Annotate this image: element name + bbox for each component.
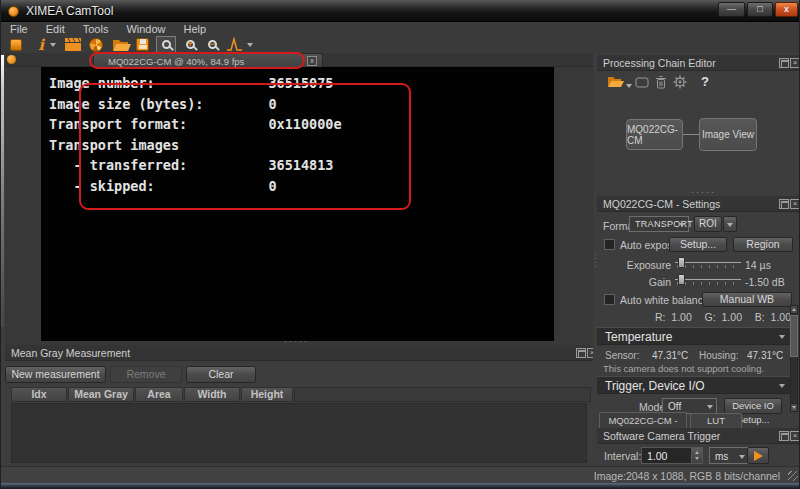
column-width[interactable]: Width bbox=[184, 387, 240, 402]
software-trigger-panel: Software Camera Trigger × Interval: 1.00… bbox=[597, 428, 800, 466]
column-height[interactable]: Height bbox=[241, 387, 293, 402]
info-dropdown[interactable] bbox=[49, 36, 57, 53]
temperature-section-header[interactable]: Temperature bbox=[597, 327, 793, 345]
gain-slider[interactable] bbox=[675, 273, 741, 287]
float-panel-icon[interactable] bbox=[779, 199, 789, 209]
roi-dropdown[interactable] bbox=[723, 216, 737, 232]
auto-white-balance-label: Auto white balance bbox=[620, 294, 709, 306]
interval-spinbox[interactable]: 1.00 bbox=[641, 447, 703, 464]
column-filler bbox=[294, 387, 591, 402]
scroll-down-button[interactable] bbox=[790, 403, 798, 412]
measurement-table-body[interactable] bbox=[11, 403, 587, 463]
app-window: XIMEA CamTool — □ x File Edit Tools Wind… bbox=[0, 0, 800, 489]
measurement-table-header: Idx Mean Gray Area Width Height bbox=[11, 387, 591, 402]
processing-chain-panel: Processing Chain Editor × ? bbox=[597, 55, 800, 196]
mean-gray-panel: Mean Gray Measurement × New measurement … bbox=[5, 345, 593, 466]
open-chain-button[interactable] bbox=[607, 75, 632, 88]
clear-measurements-button[interactable]: Clear bbox=[186, 366, 256, 383]
zoom-out-button[interactable]: − bbox=[203, 36, 221, 53]
delete-node-button[interactable] bbox=[655, 75, 667, 89]
image-format-status: Image:2048 x 1088, RGB 8 bits/channel bbox=[594, 470, 780, 482]
maximize-button[interactable]: □ bbox=[747, 2, 773, 17]
view-node-icon bbox=[635, 77, 649, 88]
arrow-down-icon bbox=[792, 406, 796, 409]
image-view-node[interactable]: Image View bbox=[699, 118, 757, 151]
device-io-setup-button[interactable]: Device IO Setup... bbox=[724, 398, 782, 414]
add-view-node-button[interactable] bbox=[635, 77, 649, 88]
format-combobox[interactable]: TRANSPORT bbox=[629, 216, 689, 232]
help-button[interactable]: ? bbox=[701, 74, 709, 89]
exposure-slider[interactable] bbox=[675, 256, 741, 270]
scrollbar-thumb[interactable] bbox=[790, 315, 798, 357]
zoom-normal-button[interactable] bbox=[156, 36, 176, 53]
info-button[interactable]: i bbox=[34, 36, 48, 53]
spinbox-arrows[interactable] bbox=[691, 448, 702, 463]
status-bar: Image:2048 x 1088, RGB 8 bits/channel bbox=[1, 466, 800, 483]
histogram-button[interactable] bbox=[225, 36, 245, 53]
column-mean-gray[interactable]: Mean Gray bbox=[68, 387, 134, 402]
zoom-in-icon: + bbox=[186, 40, 195, 49]
roi-button[interactable]: ROI bbox=[694, 216, 722, 232]
close-panel-icon[interactable]: × bbox=[790, 58, 800, 68]
manual-wb-button[interactable]: Manual WB bbox=[702, 292, 792, 307]
interval-unit-combobox[interactable]: ms bbox=[709, 447, 749, 464]
auto-white-balance-checkbox[interactable] bbox=[604, 294, 615, 305]
menu-window[interactable]: Window bbox=[117, 23, 174, 35]
trigger-section-header[interactable]: Trigger, Device I/O bbox=[597, 376, 793, 394]
title-bar: XIMEA CamTool — □ x bbox=[1, 0, 800, 22]
stop-acquisition-button[interactable] bbox=[8, 36, 24, 53]
film-clip-icon bbox=[64, 37, 82, 52]
resize-grip[interactable] bbox=[788, 471, 798, 481]
close-panel-icon[interactable]: × bbox=[790, 431, 800, 441]
open-file-button[interactable] bbox=[111, 36, 132, 53]
save-image-button[interactable] bbox=[134, 36, 151, 53]
float-panel-icon[interactable] bbox=[779, 58, 789, 68]
menu-file[interactable]: File bbox=[1, 23, 37, 35]
sensor-temp-value: 47.31°C bbox=[652, 350, 688, 361]
column-idx[interactable]: Idx bbox=[11, 387, 67, 402]
menu-tools[interactable]: Tools bbox=[74, 23, 118, 35]
right-dock-column: Processing Chain Editor × ? bbox=[597, 53, 800, 466]
camera-node[interactable]: MQ022CG-CM bbox=[626, 119, 683, 150]
float-panel-icon[interactable] bbox=[576, 348, 586, 358]
settings-title: MQ022CG-CM - Settings bbox=[603, 198, 720, 210]
remove-measurement-button[interactable]: Remove bbox=[110, 366, 182, 383]
collapse-arrow-icon bbox=[779, 335, 785, 339]
region-button[interactable]: Region bbox=[733, 237, 793, 252]
stop-icon bbox=[10, 39, 22, 51]
menu-help[interactable]: Help bbox=[175, 23, 216, 35]
camera-image[interactable]: Image number: 36515075 Image size (bytes… bbox=[41, 67, 554, 341]
chevron-down-icon bbox=[626, 84, 632, 88]
exposure-label: Exposure bbox=[605, 259, 671, 271]
tab-camera-settings[interactable]: MQ022CG-CM - Settings bbox=[599, 412, 687, 428]
auto-exposure-checkbox[interactable] bbox=[604, 239, 615, 250]
column-area[interactable]: Area bbox=[135, 387, 183, 402]
float-panel-icon[interactable] bbox=[779, 431, 789, 441]
scroll-up-button[interactable] bbox=[790, 305, 798, 314]
exposure-setup-button[interactable]: Setup... bbox=[669, 237, 727, 252]
record-video-button[interactable] bbox=[63, 36, 83, 53]
close-panel-icon[interactable]: × bbox=[790, 199, 800, 209]
slider-ticks bbox=[677, 265, 739, 268]
new-measurement-button[interactable]: New measurement bbox=[5, 366, 106, 383]
slider-thumb[interactable] bbox=[678, 274, 685, 285]
trigger-play-button[interactable] bbox=[747, 447, 769, 464]
zoom-in-button[interactable]: + bbox=[181, 36, 199, 53]
chevron-down-icon bbox=[679, 223, 685, 227]
color-correction-button[interactable] bbox=[87, 36, 105, 53]
open-chain-icon bbox=[607, 75, 624, 88]
node-settings-button[interactable] bbox=[673, 75, 687, 89]
interval-unit-value: ms bbox=[715, 451, 728, 462]
minimize-button[interactable]: — bbox=[718, 2, 745, 17]
gear-icon bbox=[673, 75, 687, 89]
tab-close-icon[interactable]: x bbox=[307, 56, 317, 66]
slider-thumb[interactable] bbox=[678, 257, 685, 268]
window-bottom-border bbox=[1, 483, 800, 489]
histogram-dropdown[interactable] bbox=[246, 36, 254, 53]
arrow-up-icon bbox=[695, 451, 699, 454]
menu-edit[interactable]: Edit bbox=[37, 23, 74, 35]
trash-icon bbox=[655, 75, 667, 89]
window-left-edge bbox=[1, 55, 4, 327]
close-button[interactable]: x bbox=[775, 2, 798, 17]
magnifier-icon bbox=[162, 40, 171, 49]
